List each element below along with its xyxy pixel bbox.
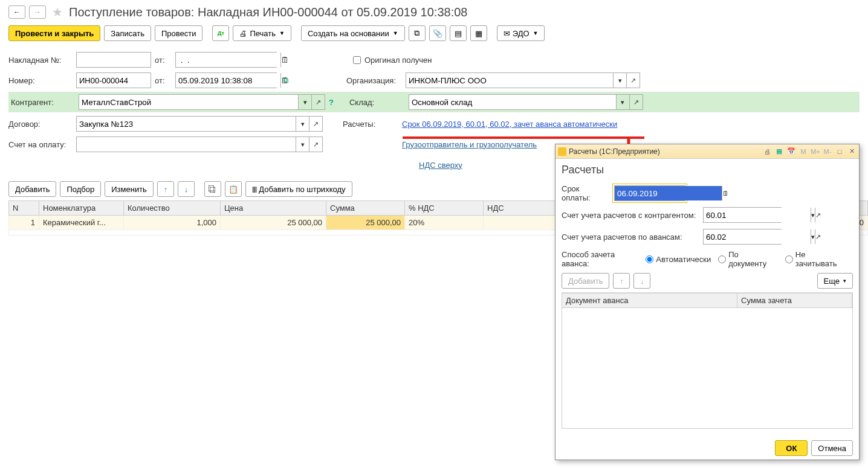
contract-input[interactable] — [77, 117, 296, 131]
related-button[interactable]: ⧉ — [409, 25, 426, 41]
advance-doc-radio[interactable] — [718, 255, 726, 263]
bill-label: Счет на оплату: — [8, 140, 73, 149]
list-button[interactable]: ▤ — [450, 25, 467, 41]
col-sum: Сумма — [326, 201, 405, 216]
warehouse-dropdown-icon[interactable]: ▾ — [616, 95, 629, 109]
contract-label: Договор: — [8, 120, 73, 129]
invoice-no-label: Накладная №: — [8, 56, 73, 65]
barcode-button[interactable]: |||| Добавить по штрихкоду — [245, 181, 352, 197]
popup-cal-icon[interactable]: 📅 — [786, 147, 796, 156]
col-price: Цена — [221, 201, 326, 216]
popup-ok-button[interactable]: ОК — [775, 440, 808, 456]
contract-open-icon[interactable]: ↗ — [309, 117, 322, 131]
original-received-label: Оригинал получен — [364, 56, 432, 65]
print-label: Печать — [250, 29, 276, 38]
organization-open-icon[interactable]: ↗ — [626, 73, 640, 88]
popup-mplus-button[interactable]: M+ — [811, 147, 820, 156]
account2-open-icon[interactable]: ↗ — [815, 229, 821, 244]
popup-col-doc: Документ аванса — [562, 293, 737, 307]
popup-m-button[interactable]: M — [798, 147, 808, 156]
bill-open-icon[interactable]: ↗ — [309, 137, 322, 152]
counterparty-open-icon[interactable]: ↗ — [311, 95, 325, 109]
table-edit-button[interactable]: Изменить — [105, 181, 154, 197]
bill-input[interactable] — [77, 137, 296, 152]
popup-grid-icon[interactable]: ▦ — [774, 147, 784, 156]
account2-input[interactable] — [704, 229, 811, 244]
table-add-button[interactable]: Добавить — [8, 181, 56, 197]
popup-maximize-icon[interactable]: □ — [835, 147, 844, 156]
due-date-input[interactable] — [615, 186, 722, 200]
calculations-link[interactable]: Срок 06.09.2019, 60.01, 60.02, зачет ава… — [402, 120, 617, 129]
advance-auto-radio[interactable] — [646, 255, 653, 263]
account1-open-icon[interactable]: ↗ — [815, 208, 821, 222]
nav-back-button[interactable]: ← — [8, 5, 25, 19]
account2-label: Счет учета расчетов по авансам: — [562, 232, 699, 242]
col-nomenclature: Номенклатура — [39, 201, 124, 216]
popup-close-icon[interactable]: ✕ — [847, 147, 857, 156]
original-received-checkbox[interactable] — [353, 56, 361, 64]
nav-forward-button[interactable]: → — [29, 5, 46, 19]
popup-up-button[interactable]: ↑ — [613, 273, 630, 289]
calendar-icon[interactable]: 🗓 — [280, 53, 289, 67]
warehouse-input[interactable] — [409, 95, 616, 109]
shipper-link[interactable]: Грузоотправитель и грузополучатель — [402, 140, 537, 149]
move-down-button[interactable]: ↓ — [178, 181, 195, 197]
report-button[interactable]: ▦ — [470, 25, 487, 41]
popup-print-icon[interactable]: 🖨 — [762, 147, 772, 156]
col-vat-pct: % НДС — [405, 201, 484, 216]
save-button[interactable]: Записать — [104, 25, 151, 41]
popup-cancel-button[interactable]: Отмена — [811, 440, 853, 456]
counterparty-input[interactable] — [79, 95, 298, 109]
counterparty-dropdown-icon[interactable]: ▾ — [298, 95, 311, 109]
bill-dropdown-icon[interactable]: ▾ — [296, 137, 309, 152]
organization-dropdown-icon[interactable]: ▾ — [613, 73, 626, 88]
popup-mminus-button[interactable]: M- — [823, 147, 832, 156]
organization-input[interactable] — [406, 73, 613, 88]
popup-title: Расчеты — [562, 164, 853, 176]
create-based-button[interactable]: Создать на основании▼ — [301, 25, 405, 41]
account2-dropdown-icon[interactable]: ▾ — [811, 229, 815, 244]
warehouse-open-icon[interactable]: ↗ — [629, 95, 643, 109]
vat-link[interactable]: НДС сверху — [419, 161, 462, 170]
counterparty-help-icon[interactable]: ? — [329, 98, 334, 107]
document-date-input[interactable] — [178, 73, 280, 88]
popup-more-button[interactable]: Еще▾ — [817, 273, 853, 289]
calculations-dialog: Расчеты (1С:Предприятие) 🖨 ▦ 📅 M M+ M- □… — [555, 144, 860, 460]
paste-button[interactable]: 📋 — [225, 181, 242, 197]
account1-input[interactable] — [704, 208, 811, 222]
favorite-star-icon[interactable]: ★ — [52, 5, 63, 19]
counterparty-label: Контрагент: — [11, 98, 75, 107]
invoice-no-input[interactable] — [76, 52, 151, 68]
attach-button[interactable]: 📎 — [429, 25, 446, 41]
popup-table-body[interactable] — [562, 308, 853, 429]
calculations-label: Расчеты: — [343, 120, 398, 129]
advance-none-radio[interactable] — [785, 255, 793, 263]
move-up-button[interactable]: ↑ — [157, 181, 174, 197]
organization-label: Организация: — [346, 76, 402, 85]
post-button[interactable]: Провести — [155, 25, 203, 41]
edo-button[interactable]: ✉ ЭДО▼ — [497, 25, 545, 41]
contract-dropdown-icon[interactable]: ▾ — [296, 117, 309, 131]
account1-dropdown-icon[interactable]: ▾ — [811, 208, 815, 222]
col-qty: Количество — [124, 201, 221, 216]
from-label-1: от: — [155, 56, 172, 65]
copy-button[interactable]: ⿻ — [204, 181, 221, 197]
popup-down-button[interactable]: ↓ — [633, 273, 650, 289]
col-n: N — [9, 201, 39, 216]
page-title: Поступление товаров: Накладная ИН00-0000… — [69, 5, 467, 19]
invoice-date-input[interactable] — [178, 53, 280, 67]
popup-add-button[interactable]: Добавить — [562, 273, 609, 289]
warehouse-label: Склад: — [349, 98, 405, 107]
table-select-button[interactable]: Подбор — [60, 181, 101, 197]
number-input[interactable] — [76, 72, 151, 88]
from-label-2: от: — [155, 76, 172, 85]
popup-window-title: Расчеты (1С:Предприятие) — [569, 147, 660, 156]
account1-label: Счет учета расчетов с контрагентом: — [562, 211, 699, 220]
advance-mode-label: Способ зачета аванса: — [562, 250, 643, 268]
date-extra-icon[interactable]: ⧉ — [283, 75, 288, 85]
post-and-close-button[interactable]: Провести и закрыть — [8, 25, 100, 41]
due-date-calendar-icon[interactable]: 🗓 — [722, 186, 729, 200]
dtkt-button[interactable]: Дт — [212, 25, 229, 41]
print-button[interactable]: 🖨 Печать▼ — [233, 25, 291, 41]
popup-app-icon — [558, 147, 566, 156]
